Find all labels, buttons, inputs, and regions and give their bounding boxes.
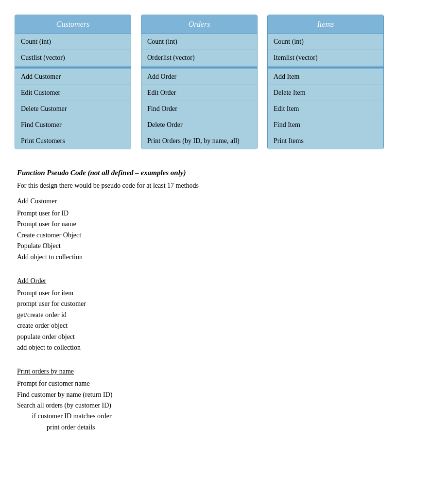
class-attribute: Count (int) (15, 34, 131, 50)
pseudo-title: Function Pseudo Code (not all defined – … (17, 169, 431, 177)
class-attribute: Count (int) (141, 34, 257, 50)
method-line: Prompt for customer name (17, 378, 431, 389)
class-method: Find Item (268, 117, 383, 133)
class-method: Print Orders (by ID, by name, all) (141, 133, 257, 149)
method-heading: Print orders by name (17, 368, 431, 375)
method-line: Populate Object (17, 241, 431, 251)
divider (15, 67, 131, 68)
class-name: Items (268, 15, 383, 34)
method-heading: Add Order (17, 277, 431, 285)
class-method: Delete Customer (15, 101, 131, 117)
class-attribute: Custlist (vector) (15, 50, 131, 66)
class-method: Edit Order (141, 85, 257, 101)
method-heading: Add Customer (17, 197, 431, 205)
method-body: Prompt user for itemprompt user for cust… (17, 288, 431, 353)
class-method: Print Items (268, 133, 383, 149)
class-name: Customers (15, 15, 131, 34)
method-line: create order object (17, 320, 431, 331)
class-box-orders: OrdersCount (int)Orderlist (vector)Add O… (141, 15, 258, 149)
class-method: Print Customers (15, 133, 131, 149)
class-method: Add Item (268, 69, 383, 85)
class-diagrams: CustomersCount (int)Custlist (vector)Add… (15, 15, 433, 149)
class-name: Orders (141, 15, 257, 34)
method-body: Prompt user for IDPrompt user for nameCr… (17, 208, 431, 263)
method-line: Search all orders (by customer ID) (17, 400, 431, 411)
method-line: if customer ID matches order (17, 411, 431, 422)
method-line: print order details (17, 422, 431, 433)
class-method: Delete Item (268, 85, 383, 101)
method-body: Prompt for customer nameFind customer by… (17, 378, 431, 433)
class-box-items: ItemsCount (int)Itemlist (vector)Add Ite… (267, 15, 384, 149)
method-line: Create customer Object (17, 230, 431, 241)
pseudo-code-section: Function Pseudo Code (not all defined – … (15, 169, 433, 433)
class-method: Find Customer (15, 117, 131, 133)
class-attribute: Count (int) (268, 34, 383, 50)
class-method: Edit Customer (15, 85, 131, 101)
method-line: Prompt user for item (17, 288, 431, 299)
class-method: Edit Item (268, 101, 383, 117)
method-line: get/create order id (17, 310, 431, 320)
class-box-customers: CustomersCount (int)Custlist (vector)Add… (15, 15, 131, 149)
class-method: Find Order (141, 101, 257, 117)
class-attribute: Itemlist (vector) (268, 50, 383, 66)
method-line: Add object to collection (17, 252, 431, 263)
method-line: add object to collection (17, 342, 431, 353)
class-method: Add Customer (15, 69, 131, 85)
method-line: populate order object (17, 332, 431, 342)
method-line: prompt user for customer (17, 299, 431, 309)
class-attribute: Orderlist (vector) (141, 50, 257, 66)
class-method: Add Order (141, 69, 257, 85)
method-line: Find customer by name (return ID) (17, 390, 431, 400)
pseudo-intro: For this design there would be pseudo co… (17, 182, 431, 190)
class-method: Delete Order (141, 117, 257, 133)
method-line: Prompt user for name (17, 219, 431, 230)
divider (268, 67, 383, 68)
divider (141, 67, 257, 68)
method-line: Prompt user for ID (17, 208, 431, 219)
